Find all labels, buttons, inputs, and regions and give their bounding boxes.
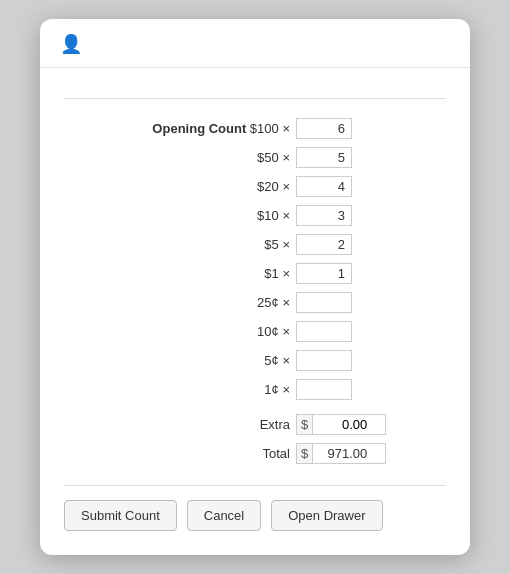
count-input[interactable]: [296, 292, 352, 313]
extra-label: Extra: [66, 411, 292, 438]
count-cell: [294, 115, 444, 142]
denomination-label: Opening Count $100 ×: [66, 115, 292, 142]
total-value-cell: $ 971.00: [294, 440, 444, 467]
table-row: $20 ×: [66, 173, 444, 200]
total-currency-symbol: $: [297, 444, 313, 463]
denomination-label-text: $100 ×: [246, 121, 290, 136]
count-input[interactable]: [296, 263, 352, 284]
total-wrap: $ 971.00: [296, 443, 386, 464]
extra-input-wrap: $: [296, 414, 386, 435]
count-cell: [294, 318, 444, 345]
extra-input[interactable]: [313, 415, 373, 434]
table-row: $5 ×: [66, 231, 444, 258]
count-cell: [294, 376, 444, 403]
count-cell: [294, 347, 444, 374]
denomination-label: 10¢ ×: [66, 318, 292, 345]
register-table: Opening Count $100 ×$50 ×$20 ×$10 ×$5 ×$…: [64, 113, 446, 469]
main-window: 👤 Opening Count $100 ×$50 ×$20 ×$10 ×$5 …: [40, 19, 470, 555]
denomination-label: 25¢ ×: [66, 289, 292, 316]
denomination-label: $1 ×: [66, 260, 292, 287]
denomination-label: 5¢ ×: [66, 347, 292, 374]
count-input[interactable]: [296, 147, 352, 168]
count-input[interactable]: [296, 176, 352, 197]
denomination-label: 1¢ ×: [66, 376, 292, 403]
count-cell: [294, 289, 444, 316]
submit-count-button[interactable]: Submit Count: [64, 500, 177, 531]
table-row: $1 ×: [66, 260, 444, 287]
table-row: $10 ×: [66, 202, 444, 229]
count-input[interactable]: [296, 350, 352, 371]
count-cell: [294, 144, 444, 171]
count-input[interactable]: [296, 118, 352, 139]
table-row: 5¢ ×: [66, 347, 444, 374]
total-label: Total: [66, 440, 292, 467]
table-row: Opening Count $100 ×: [66, 115, 444, 142]
count-input[interactable]: [296, 379, 352, 400]
spacer: [66, 405, 444, 409]
content-area: Opening Count $100 ×$50 ×$20 ×$10 ×$5 ×$…: [40, 68, 470, 555]
count-cell: [294, 173, 444, 200]
count-cell: [294, 231, 444, 258]
denomination-label: $10 ×: [66, 202, 292, 229]
count-input[interactable]: [296, 205, 352, 226]
page-title: [64, 88, 446, 99]
count-cell: [294, 260, 444, 287]
opening-count-label: Opening Count: [152, 121, 246, 136]
title-bar: 👤: [40, 19, 470, 68]
table-row: 10¢ ×: [66, 318, 444, 345]
count-input[interactable]: [296, 234, 352, 255]
denomination-label: $50 ×: [66, 144, 292, 171]
open-drawer-button[interactable]: Open Drawer: [271, 500, 382, 531]
total-value: 971.00: [313, 444, 373, 463]
count-cell: [294, 202, 444, 229]
button-row: Submit Count Cancel Open Drawer: [64, 500, 446, 535]
count-input[interactable]: [296, 321, 352, 342]
cancel-button[interactable]: Cancel: [187, 500, 261, 531]
sales-icon: 👤: [60, 33, 82, 55]
denomination-label: $20 ×: [66, 173, 292, 200]
table-row: 1¢ ×: [66, 376, 444, 403]
total-row: Total $ 971.00: [66, 440, 444, 467]
extra-row: Extra $: [66, 411, 444, 438]
extra-currency-symbol: $: [297, 415, 313, 434]
denomination-label: $5 ×: [66, 231, 292, 258]
extra-input-cell: $: [294, 411, 444, 438]
divider: [64, 485, 446, 486]
table-row: 25¢ ×: [66, 289, 444, 316]
table-row: $50 ×: [66, 144, 444, 171]
